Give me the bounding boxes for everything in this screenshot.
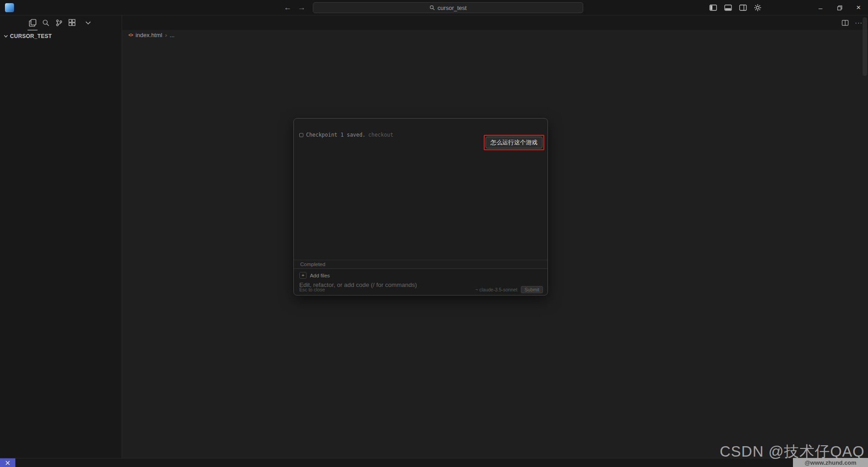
chevron-down-icon	[4, 34, 8, 38]
editor-tab-bar	[122, 15, 868, 30]
settings-gear-icon[interactable]	[754, 4, 761, 11]
checkpoint-text: Checkpoint 1 saved.	[306, 132, 366, 138]
composer-panel: Checkpoint 1 saved. checkout 怎么运行这个游戏 Co…	[293, 118, 548, 295]
nav-back-icon[interactable]: ←	[284, 3, 292, 12]
checkpoint-row: Checkpoint 1 saved. checkout	[299, 131, 393, 138]
explorer-root-label: CURSOR_TEST	[10, 33, 52, 39]
composer-status-label: Completed	[300, 262, 326, 267]
search-value: cursor_test	[438, 5, 467, 11]
composer-tab-bar	[294, 119, 547, 130]
remote-indicator[interactable]	[0, 458, 15, 467]
breadcrumb[interactable]: <> index.html › ...	[128, 30, 175, 40]
nav-forward-icon[interactable]: →	[298, 3, 306, 12]
window-close-button[interactable]: ×	[849, 0, 868, 15]
breadcrumb-file: index.html	[136, 32, 162, 38]
checkpoint-icon	[299, 133, 303, 137]
command-search-box[interactable]: cursor_test	[313, 2, 583, 13]
html-file-icon: <>	[128, 33, 133, 38]
watermark-stamp: @www.zhund.com	[793, 458, 868, 467]
editor-more-actions-icon[interactable]: ···	[855, 19, 863, 26]
editor-scrollbar-thumb[interactable]	[863, 17, 867, 76]
add-files-label[interactable]: Add files	[310, 273, 330, 278]
toggle-panel-icon[interactable]	[724, 5, 732, 11]
checkpoint-checkout-link[interactable]: checkout	[368, 132, 393, 138]
submit-button[interactable]: Submit	[521, 286, 543, 293]
composer-message-content	[294, 138, 547, 260]
title-bar: ← → cursor_test	[0, 0, 868, 15]
extensions-icon[interactable]	[67, 18, 76, 27]
cursor-window: ← → cursor_test	[0, 0, 868, 467]
sidebar: CURSOR_TEST	[0, 15, 122, 458]
app-logo-icon	[5, 3, 14, 12]
views-more-chevron-icon[interactable]	[84, 18, 93, 27]
model-selector[interactable]: ~ claude-3.5-sonnet	[475, 287, 517, 292]
search-view-icon[interactable]	[41, 18, 50, 27]
add-files-plus-icon[interactable]: +	[299, 272, 307, 279]
window-restore-button[interactable]	[830, 0, 849, 15]
explorer-icon[interactable]	[28, 18, 37, 27]
toggle-secondary-sidebar-icon[interactable]	[739, 5, 747, 11]
search-icon	[429, 5, 435, 10]
breadcrumb-separator: ›	[165, 32, 167, 38]
explorer-root-header[interactable]: CURSOR_TEST	[4, 33, 52, 39]
breadcrumb-more: ...	[170, 32, 175, 38]
source-control-icon[interactable]	[54, 18, 63, 27]
esc-hint: Esc to close	[299, 287, 325, 292]
composer-footer: Completed	[294, 260, 547, 268]
composer-input-area[interactable]: + Add files Edit, refactor, or add code …	[294, 268, 547, 295]
activity-bar	[0, 15, 122, 30]
toggle-sidebar-icon[interactable]	[709, 5, 717, 11]
window-minimize-button[interactable]: –	[811, 0, 830, 15]
split-editor-icon[interactable]	[842, 20, 849, 26]
